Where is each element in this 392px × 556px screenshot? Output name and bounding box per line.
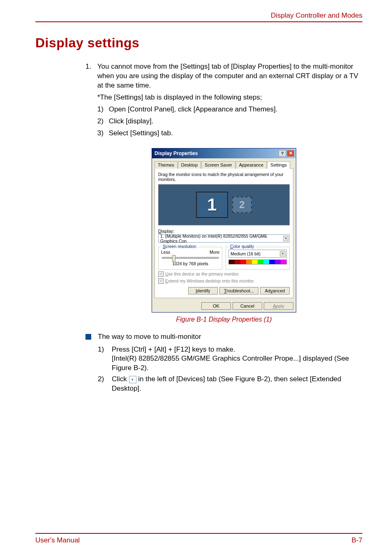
chevron-down-icon[interactable]: ▾ <box>283 236 288 241</box>
dropdown-icon: ▾ <box>129 376 136 383</box>
checkbox-disabled: ✓ <box>158 271 164 277</box>
tab-themes[interactable]: Themes <box>154 161 178 169</box>
monitor-2-icon[interactable]: 2 <box>232 197 252 213</box>
chevron-down-icon[interactable]: ▾ <box>280 251 286 257</box>
step-number: 2) <box>97 117 109 126</box>
checkbox-disabled: ✓ <box>158 278 164 284</box>
slider-more-label: More <box>210 250 219 255</box>
figure-caption: Figure B-1 Display Properties (1) <box>85 316 362 323</box>
color-quality-value: Medium (16 bit) <box>231 251 261 256</box>
advanced-button[interactable]: Advanced <box>260 287 290 294</box>
header-rule <box>35 21 362 22</box>
page-title: Display settings <box>35 35 362 51</box>
screen-resolution-group: Screen resolution Less More 1024 by 768 … <box>158 247 222 270</box>
step-text: Click [display]. <box>109 117 360 126</box>
color-quality-group: Color quality Medium (16 bit) ▾ <box>226 247 290 270</box>
step-text: Click ▾ in the left of [Devices] tab (Se… <box>112 375 362 394</box>
resolution-slider[interactable] <box>162 257 219 259</box>
dialog-title: Display Properties <box>154 151 198 156</box>
extend-desktop-checkbox-row: ✓ Extend my Windows desktop onto this mo… <box>158 278 290 284</box>
step-number: 1) <box>98 345 108 373</box>
dialog-footer: OK Cancel Apply <box>152 300 296 312</box>
square-bullet-icon <box>85 334 91 340</box>
step-text: Select [Settings] tab. <box>109 129 360 138</box>
apply-button: Apply <box>264 302 293 310</box>
identify-button[interactable]: Identify <box>188 287 218 294</box>
dialog-titlebar[interactable]: Display Properties ? ✕ <box>152 148 296 158</box>
bullet-section: The way to move to multi-monitor 1) Pres… <box>85 332 362 394</box>
resolution-value: 1024 by 768 pixels <box>161 261 219 266</box>
settings-tab-panel: Drag the monitor icons to match the phys… <box>154 169 293 298</box>
ordered-list-1: 1. You cannot move from the [Settings] t… <box>85 62 362 141</box>
display-label: Display: <box>158 229 290 234</box>
step-number: 3) <box>97 129 109 138</box>
display-dropdown[interactable]: 1. (Multiple Monitors) on Intel(R) 82852… <box>158 234 290 243</box>
bullet-heading: The way to move to multi-monitor <box>98 332 362 342</box>
display-dropdown-value: 1. (Multiple Monitors) on Intel(R) 82852… <box>160 234 283 243</box>
color-bar <box>228 259 287 264</box>
resolution-legend: Screen resolution <box>161 244 198 249</box>
header-section: Display Controller and Modes <box>35 12 362 20</box>
tab-appearance[interactable]: Appearance <box>236 161 267 169</box>
button-row: Identify Troubleshoot... Advanced <box>158 287 290 294</box>
tab-strip: Themes Desktop Screen Saver Appearance S… <box>154 161 293 169</box>
help-button[interactable]: ? <box>279 150 286 157</box>
list-number: 1. <box>85 62 95 72</box>
figure: Display Properties ? ✕ Themes Desktop Sc… <box>85 148 362 313</box>
footer-rule <box>35 533 362 534</box>
paragraph: You cannot move from the [Settings] tab … <box>97 62 362 90</box>
tab-settings[interactable]: Settings <box>267 161 290 169</box>
ok-button[interactable]: OK <box>201 302 231 310</box>
footer-right: B-7 <box>352 536 362 544</box>
primary-monitor-checkbox-row: ✓ Use this device as the primary monitor… <box>158 271 290 277</box>
sub-steps: 1)Open [Control Panel], click [Appearanc… <box>97 105 362 141</box>
display-properties-dialog: Display Properties ? ✕ Themes Desktop Sc… <box>152 148 296 313</box>
color-quality-legend: Color quality <box>228 244 256 249</box>
step-text: Press [Ctrl] + [Alt] + [F12] keys to mak… <box>112 345 362 354</box>
instruction-text: Drag the monitor icons to match the phys… <box>158 172 290 182</box>
slider-less-label: Less <box>161 250 170 255</box>
cancel-button[interactable]: Cancel <box>233 302 262 310</box>
close-button[interactable]: ✕ <box>287 150 294 157</box>
tab-screensaver[interactable]: Screen Saver <box>201 161 235 169</box>
page-footer: User's Manual B-7 <box>35 533 362 544</box>
paragraph: *The [Settings] tab is displayed in the … <box>97 93 362 102</box>
monitor-arrangement[interactable]: 1 2 <box>158 184 290 225</box>
step-number: 2) <box>98 375 108 394</box>
monitor-1-icon[interactable]: 1 <box>196 192 228 218</box>
step-number: 1) <box>97 105 109 114</box>
troubleshoot-button[interactable]: Troubleshoot... <box>219 287 258 294</box>
slider-thumb[interactable] <box>172 255 175 262</box>
tab-desktop[interactable]: Desktop <box>178 161 201 169</box>
color-quality-dropdown[interactable]: Medium (16 bit) ▾ <box>228 250 287 258</box>
step-text: [Intel(R) 82852/82855 GM/GME Graphics Co… <box>112 354 362 373</box>
step-text: Open [Control Panel], click [Appearance … <box>109 105 360 114</box>
footer-left: User's Manual <box>35 536 80 544</box>
